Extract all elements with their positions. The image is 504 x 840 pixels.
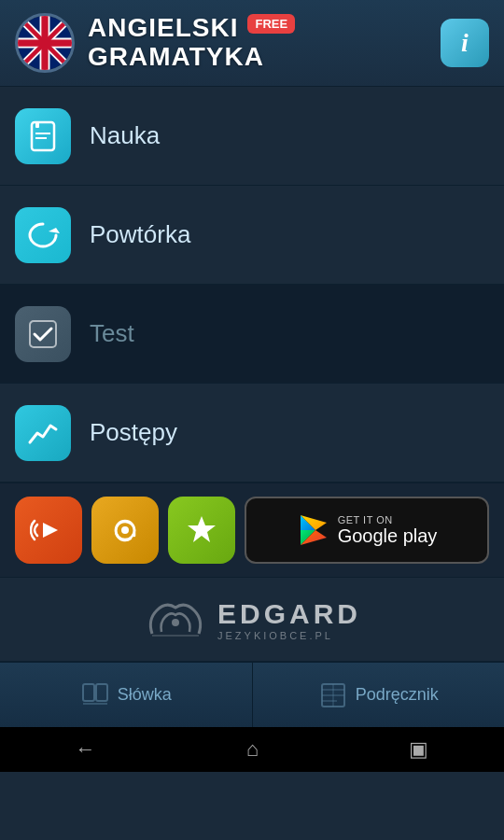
- app-header: ANGIELSKI FREE GRAMATYKA i: [0, 0, 504, 87]
- edgard-text: EDGARD JEZYKIOBCE.PL: [217, 598, 361, 641]
- action-row: GET IT ON Google play: [0, 483, 504, 578]
- postepy-label: Postępy: [90, 418, 177, 447]
- main-menu: Nauka Powtórka Test Postępy: [0, 87, 504, 483]
- get-it-on-label: GET IT ON: [338, 514, 438, 525]
- svg-marker-19: [188, 516, 216, 542]
- slowka-icon: [80, 680, 110, 710]
- free-badge: FREE: [247, 14, 295, 34]
- email-button[interactable]: [91, 497, 159, 564]
- menu-item-test[interactable]: Test: [0, 285, 504, 384]
- svg-rect-10: [35, 122, 39, 128]
- bottom-nav-slowka[interactable]: Słówka: [0, 663, 253, 727]
- info-letter: i: [461, 28, 469, 58]
- home-button[interactable]: ⌂: [246, 737, 259, 762]
- test-icon: [15, 306, 71, 362]
- google-play-text: GET IT ON Google play: [338, 514, 438, 547]
- slowka-label: Słówka: [118, 685, 172, 705]
- svg-point-24: [172, 619, 179, 626]
- svg-rect-9: [32, 122, 54, 150]
- svg-rect-26: [83, 684, 94, 701]
- svg-marker-13: [49, 228, 60, 233]
- svg-point-17: [121, 526, 129, 534]
- recents-button[interactable]: ▣: [409, 737, 428, 762]
- google-play-label: Google play: [338, 525, 438, 547]
- svg-rect-27: [96, 684, 107, 701]
- back-button[interactable]: ←: [76, 737, 96, 762]
- edgard-logo-area: EDGARD JEZYKIOBCE.PL: [0, 578, 504, 662]
- svg-marker-15: [43, 523, 58, 538]
- menu-item-powtorka[interactable]: Powtórka: [0, 186, 504, 285]
- podrecznik-label: Podręcznik: [356, 685, 439, 705]
- menu-item-postepy[interactable]: Postępy: [0, 384, 504, 483]
- edgard-logo-icon: [143, 596, 208, 643]
- app-title-line2: GRAMATYKA: [88, 43, 427, 72]
- system-navigation-bar: ← ⌂ ▣: [0, 727, 504, 772]
- info-button[interactable]: i: [441, 19, 489, 67]
- postepy-icon: [15, 405, 71, 461]
- menu-item-nauka[interactable]: Nauka: [0, 87, 504, 186]
- flag-icon: [15, 13, 75, 73]
- powtorka-icon: [15, 207, 71, 263]
- edgard-logo: EDGARD JEZYKIOBCE.PL: [143, 596, 361, 643]
- google-play-button[interactable]: GET IT ON Google play: [245, 497, 489, 564]
- powtorka-label: Powtórka: [90, 220, 190, 249]
- podrecznik-icon: [318, 680, 348, 710]
- star-button[interactable]: [168, 497, 235, 564]
- title-block: ANGIELSKI FREE GRAMATYKA: [88, 14, 427, 72]
- edgard-subtitle: JEZYKIOBCE.PL: [217, 630, 361, 641]
- app-title-line1: ANGIELSKI: [88, 14, 238, 43]
- bottom-navigation: Słówka Podręcznik: [0, 662, 504, 727]
- edgard-name: EDGARD: [217, 598, 361, 630]
- nauka-icon: [15, 108, 71, 164]
- sound-button[interactable]: [15, 497, 82, 564]
- test-label: Test: [90, 319, 134, 348]
- bottom-nav-podrecznik[interactable]: Podręcznik: [253, 663, 505, 727]
- nauka-label: Nauka: [90, 121, 160, 150]
